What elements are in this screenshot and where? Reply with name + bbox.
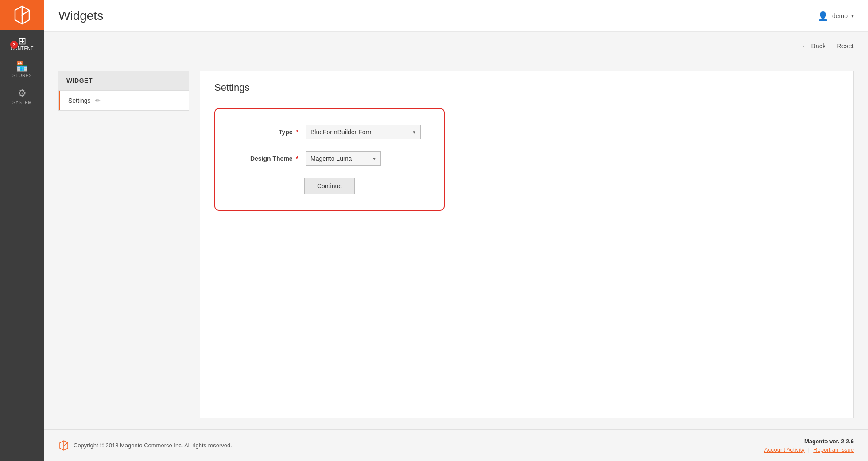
chevron-down-icon: ▾ [851, 13, 854, 19]
reset-button[interactable]: Reset [837, 42, 854, 50]
main-content: Widgets 👤 demo ▾ ← Back Reset WIDGET Set… [44, 0, 868, 461]
footer-copyright: Copyright © 2018 Magento Commerce Inc. A… [74, 442, 232, 449]
sidebar-logo[interactable] [0, 0, 44, 30]
design-theme-select[interactable]: Magento Luma Magento Blank [306, 151, 381, 166]
sidebar-item-system[interactable]: ⚙ SYSTEM [0, 82, 44, 109]
back-arrow-icon: ← [802, 42, 808, 50]
page-title: Widgets [58, 9, 103, 23]
footer-right: Magento ver. 2.2.6 Account Activity | Re… [764, 438, 854, 453]
continue-row: Continue [236, 178, 422, 194]
settings-area: Settings Type * BlueFormBuilder Form CMS… [200, 71, 854, 418]
user-label: demo [832, 12, 848, 19]
reset-label: Reset [837, 42, 854, 50]
widget-sidebar: WIDGET Settings ✏ [58, 71, 189, 418]
stores-icon: 🏪 [16, 62, 28, 71]
system-icon: ⚙ [18, 89, 27, 98]
settings-title: Settings [214, 82, 839, 99]
settings-box: Type * BlueFormBuilder Form CMS Page Lin… [214, 108, 445, 211]
widget-body: Settings ✏ [58, 91, 189, 111]
back-button[interactable]: ← Back [802, 42, 825, 50]
sidebar-item-content[interactable]: ⊞ 3 CONTENT [0, 30, 44, 55]
type-label: Type * [236, 128, 298, 136]
content-icon: ⊞ [18, 35, 27, 46]
design-theme-label: Design Theme * [236, 155, 298, 162]
footer-logo-icon [58, 440, 69, 451]
content-area: WIDGET Settings ✏ Settings Type * [44, 60, 868, 429]
edit-icon: ✏ [95, 97, 101, 104]
sidebar-item-label-system: SYSTEM [12, 100, 32, 105]
design-theme-row: Design Theme * Magento Luma Magento Blan… [236, 151, 422, 166]
type-select-wrapper: BlueFormBuilder Form CMS Page Link CMS S… [306, 125, 421, 139]
footer-version: Magento ver. 2.2.6 [764, 438, 854, 445]
action-bar: ← Back Reset [44, 32, 868, 60]
sidebar-item-stores[interactable]: 🏪 STORES [0, 55, 44, 82]
report-issue-link[interactable]: Report an Issue [813, 446, 854, 453]
type-select[interactable]: BlueFormBuilder Form CMS Page Link CMS S… [306, 125, 421, 139]
sidebar-item-label-stores: STORES [12, 73, 32, 78]
magento-logo-icon [12, 5, 32, 25]
sidebar: ⊞ 3 CONTENT 🏪 STORES ⚙ SYSTEM [0, 0, 44, 461]
type-required-star: * [296, 128, 298, 136]
content-icon-wrap: ⊞ 3 [18, 36, 27, 46]
user-menu[interactable]: 👤 demo ▾ [818, 11, 854, 21]
footer: Copyright © 2018 Magento Commerce Inc. A… [44, 429, 868, 461]
settings-nav-item[interactable]: Settings ✏ [59, 91, 189, 110]
widget-section-title: WIDGET [58, 71, 189, 91]
continue-button[interactable]: Continue [304, 178, 355, 194]
theme-required-star: * [296, 155, 298, 162]
back-label: Back [811, 42, 825, 50]
footer-left: Copyright © 2018 Magento Commerce Inc. A… [58, 440, 232, 451]
account-activity-link[interactable]: Account Activity [764, 446, 805, 453]
top-header: Widgets 👤 demo ▾ [44, 0, 868, 32]
type-row: Type * BlueFormBuilder Form CMS Page Lin… [236, 125, 422, 139]
user-icon: 👤 [818, 11, 829, 21]
theme-select-wrapper: Magento Luma Magento Blank [306, 151, 381, 166]
footer-link-separator: | [808, 446, 810, 453]
footer-links: Account Activity | Report an Issue [764, 446, 854, 453]
settings-nav-label: Settings [68, 97, 91, 104]
